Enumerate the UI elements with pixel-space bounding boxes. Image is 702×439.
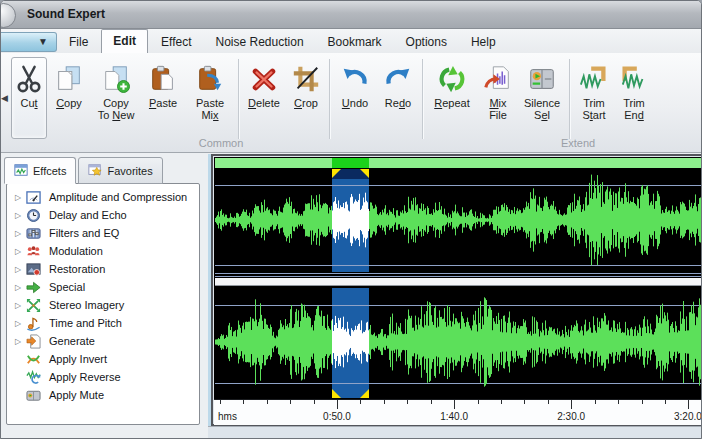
tree-item-filters-and-eq[interactable]: ▷Filters and EQ xyxy=(7,224,199,242)
timeline-tick-label: 2:30.0 xyxy=(557,411,585,422)
title-bar: Sound Expert xyxy=(1,1,702,29)
undo-button[interactable]: Undo xyxy=(333,57,377,139)
expander-icon[interactable]: ▷ xyxy=(13,229,23,238)
tab-bookmark[interactable]: Bookmark xyxy=(317,31,393,53)
copy-to-new-icon xyxy=(92,61,140,97)
tree-item-apply-invert[interactable]: Apply Invert xyxy=(7,350,199,368)
mix-file-icon xyxy=(479,61,517,97)
tree-item-modulation[interactable]: ▷Modulation xyxy=(7,242,199,260)
timeline-ruler[interactable]: hms 0:50.01:40.02:30.03:20.0 xyxy=(214,399,702,425)
apply-invert-icon xyxy=(26,352,41,367)
tab-noise-reduction[interactable]: Noise Reduction xyxy=(205,31,315,53)
menu-tab-bar: ▼ HomeFileEditEffectNoise ReductionBookm… xyxy=(1,29,702,53)
expander-icon[interactable]: ▷ xyxy=(13,211,23,220)
paste-mix-button[interactable]: PasteMix xyxy=(185,57,235,139)
paste-mix-icon xyxy=(186,61,234,97)
toolbar-button-label: MixFile xyxy=(479,97,517,121)
delay-echo-icon xyxy=(26,208,41,223)
tree-item-special[interactable]: ▷Special xyxy=(7,278,199,296)
expander-icon[interactable]: ▷ xyxy=(13,283,23,292)
tree-item-apply-reverse[interactable]: Apply Reverse xyxy=(7,368,199,386)
expander-icon[interactable]: ▷ xyxy=(13,247,23,256)
toolbar-button-label: Paste xyxy=(142,97,184,109)
redo-icon xyxy=(378,61,418,97)
redo-button[interactable]: Redo xyxy=(377,57,419,139)
expander-icon[interactable]: ▷ xyxy=(13,319,23,328)
tree-item-label: Delay and Echo xyxy=(49,209,127,221)
crop-button[interactable]: Crop xyxy=(286,57,326,139)
expander-icon[interactable]: ▷ xyxy=(13,265,23,274)
copy-to-new-button[interactable]: CopyTo New xyxy=(91,57,141,139)
tab-options[interactable]: Options xyxy=(395,31,458,53)
app-orb-button[interactable] xyxy=(0,3,16,28)
tree-item-amplitude-and-compression[interactable]: ▷Amplitude and Compression xyxy=(7,188,199,206)
sidebar-tab-favorites[interactable]: Favorites xyxy=(78,157,162,184)
timeline-minor-tick xyxy=(407,400,408,404)
repeat-icon xyxy=(427,61,477,97)
timeline-minor-tick xyxy=(290,400,291,404)
generate-icon xyxy=(26,334,41,349)
tab-help[interactable]: Help xyxy=(460,31,507,53)
timeline-tick-label: 3:20.0 xyxy=(674,411,702,422)
delete-button[interactable]: Delete xyxy=(242,57,286,139)
tree-item-restoration[interactable]: ▷Restoration xyxy=(7,260,199,278)
bottom-strip xyxy=(208,426,702,439)
timeline-major-tick xyxy=(337,400,338,409)
trim-end-icon xyxy=(616,61,652,97)
tab-file[interactable]: File xyxy=(58,31,99,53)
sidebar-tab-label: Favorites xyxy=(107,165,152,177)
overview-selection-segment[interactable] xyxy=(332,158,369,168)
silence-sel-button[interactable]: SilenceSel xyxy=(518,57,566,139)
paste-button[interactable]: Paste xyxy=(141,57,185,139)
toolbar-separator xyxy=(569,59,570,139)
ribbon-scroll-left-icon[interactable]: ◀ xyxy=(1,93,8,103)
application-menu-button[interactable]: ▼ xyxy=(1,32,57,52)
mix-file-button[interactable]: MixFile xyxy=(478,57,518,139)
tree-item-label: Apply Invert xyxy=(49,353,107,365)
timeline-minor-tick xyxy=(384,400,385,404)
undo-icon xyxy=(334,61,376,97)
toolbar-button-label: Redo xyxy=(378,97,418,109)
tree-item-time-and-pitch[interactable]: ▷Time and Pitch xyxy=(7,314,199,332)
chevron-down-icon: ▼ xyxy=(38,36,48,47)
tree-item-generate[interactable]: ▷Generate xyxy=(7,332,199,350)
sidebar-tab-effcets[interactable]: Effcets xyxy=(4,157,76,184)
toolbar-separator xyxy=(422,59,423,139)
overview-nav-bar[interactable] xyxy=(215,158,702,168)
repeat-button[interactable]: Repeat xyxy=(426,57,478,139)
tab-edit[interactable]: Edit xyxy=(101,29,148,53)
tab-effect[interactable]: Effect xyxy=(150,31,202,53)
timeline-minor-tick xyxy=(267,400,268,404)
sidebar-tab-label: Effcets xyxy=(33,165,66,177)
group-label-extend: Extend xyxy=(511,137,645,149)
expander-icon[interactable]: ▷ xyxy=(13,301,23,310)
tree-item-label: Restoration xyxy=(49,263,105,275)
trim-start-button[interactable]: TrimStart xyxy=(573,57,615,139)
copy-icon xyxy=(48,61,90,97)
timeline-major-tick xyxy=(688,400,689,409)
timeline-major-tick xyxy=(454,400,455,409)
tree-item-delay-and-echo[interactable]: ▷Delay and Echo xyxy=(7,206,199,224)
timeline-tick-label: 0:50.0 xyxy=(323,411,351,422)
timeline-minor-tick xyxy=(220,400,221,404)
tree-item-stereo-imagery[interactable]: ▷Stereo Imagery xyxy=(7,296,199,314)
waveform-display[interactable] xyxy=(215,169,702,398)
crop-icon xyxy=(287,61,325,97)
copy-button[interactable]: Copy xyxy=(47,57,91,139)
timeline-minor-tick xyxy=(431,400,432,404)
toolbar-button-label: SilenceSel xyxy=(519,97,565,121)
toolbar-button-label: Repeat xyxy=(427,97,477,109)
effects-tab-icon xyxy=(14,163,33,179)
trim-end-button[interactable]: TrimEnd xyxy=(615,57,653,139)
toolbar-separator xyxy=(329,59,330,139)
timeline-minor-tick xyxy=(524,400,525,404)
tree-item-apply-mute[interactable]: Apply Mute xyxy=(7,386,199,404)
expander-icon[interactable]: ▷ xyxy=(13,337,23,346)
tree-item-label: Special xyxy=(49,281,85,293)
expander-icon[interactable]: ▷ xyxy=(13,193,23,202)
cut-button[interactable]: Cut xyxy=(11,57,47,139)
delete-icon xyxy=(243,61,285,97)
timeline-minor-tick xyxy=(665,400,666,404)
timeline-minor-tick xyxy=(595,400,596,404)
group-label-common: Common xyxy=(151,137,291,149)
